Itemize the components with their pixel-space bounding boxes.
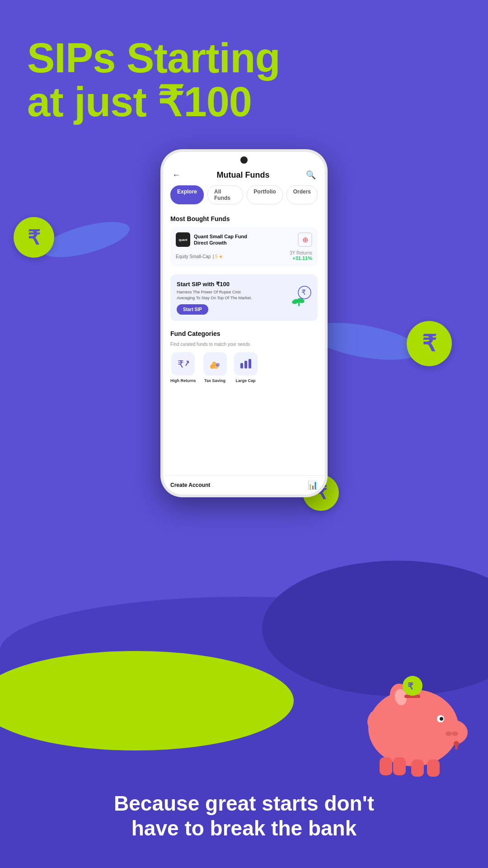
bar-chart-icon: 📊 — [308, 480, 318, 490]
fund-logo-text: quant — [178, 238, 187, 241]
large-cap-icon — [234, 352, 258, 376]
fund-returns: 3Y Returns +31.11% — [290, 250, 312, 261]
svg-rect-13 — [240, 363, 243, 368]
piggy-bank: ₹ — [352, 653, 479, 780]
svg-rect-27 — [380, 757, 392, 775]
fund-categories-section: Fund Categories Find curated funds to ma… — [163, 326, 325, 387]
category-high-returns[interactable]: ₹ High Returns — [170, 352, 196, 383]
category-tax-saving[interactable]: Tax Saving — [203, 352, 227, 383]
bottom-bar: Create Account 📊 — [163, 475, 325, 495]
tax-saving-label: Tax Saving — [204, 378, 225, 383]
tab-explore[interactable]: Explore — [170, 185, 204, 204]
tab-bar: Explore All Funds Portfolio Orders — [163, 185, 325, 210]
category-large-cap[interactable]: Large Cap — [234, 352, 258, 383]
search-button[interactable]: 🔍 — [306, 170, 316, 180]
tab-all-funds[interactable]: All Funds — [207, 185, 243, 204]
sip-banner: Start SIP with ₹100 Harness The Power Of… — [170, 274, 318, 321]
phone-notch — [240, 156, 248, 164]
sip-text: Start SIP with ₹100 Harness The Power Of… — [177, 281, 258, 315]
fund-action-icon[interactable]: ⊕ — [298, 232, 312, 247]
create-account-label[interactable]: Create Account — [170, 482, 210, 488]
svg-rect-15 — [249, 359, 251, 368]
fund-returns-value: +31.11% — [290, 255, 312, 261]
phone-outer: ← Mutual Funds 🔍 Explore All Funds Portf… — [160, 149, 328, 497]
large-cap-label: Large Cap — [236, 378, 256, 383]
svg-rect-24 — [393, 757, 406, 775]
svg-point-18 — [446, 731, 452, 736]
fund-category-info: Equity Small-Cap | 5 ★ — [176, 252, 223, 260]
screen-content: ← Mutual Funds 🔍 Explore All Funds Portf… — [163, 152, 325, 495]
svg-text:₹: ₹ — [408, 681, 413, 691]
fund-category-label: Equity Small-Cap — [176, 254, 211, 259]
svg-text:₹: ₹ — [178, 359, 184, 370]
fund-card-footer: Equity Small-Cap | 5 ★ 3Y Returns +31.11… — [176, 250, 312, 261]
fund-card[interactable]: quant Quant Small Cap Fund Direct Growth… — [170, 227, 318, 266]
svg-point-17 — [436, 720, 468, 745]
svg-point-12 — [216, 363, 220, 367]
categories-subtitle: Find curated funds to match your needs — [170, 342, 318, 347]
high-returns-icon: ₹ — [171, 352, 195, 376]
svg-point-31 — [454, 741, 459, 746]
phone-mockup: ← Mutual Funds 🔍 Explore All Funds Portf… — [160, 149, 328, 497]
fund-card-header: quant Quant Small Cap Fund Direct Growth… — [176, 232, 312, 247]
svg-point-19 — [452, 731, 458, 736]
fund-name: Quant Small Cap Fund Direct Growth — [194, 233, 247, 246]
bottom-tagline: Because great starts don't have to break… — [0, 791, 488, 841]
categories-title: Fund Categories — [170, 330, 318, 337]
sip-description: Harness The Power Of Rupee Cost Averagin… — [177, 289, 258, 301]
fund-logo: quant — [176, 232, 190, 247]
svg-point-21 — [440, 717, 443, 721]
fund-stars: 5 ★ — [215, 254, 223, 259]
rupee-icon-right: ₹ — [422, 330, 436, 357]
tab-portfolio[interactable]: Portfolio — [247, 185, 282, 204]
svg-rect-26 — [427, 760, 440, 777]
coin-left: ₹ — [14, 217, 54, 258]
rupee-icon-left: ₹ — [28, 226, 40, 249]
phone-inner: ← Mutual Funds 🔍 Explore All Funds Portf… — [163, 152, 325, 495]
back-button[interactable]: ← — [172, 170, 180, 180]
svg-point-11 — [212, 362, 216, 366]
categories-grid: ₹ High Returns — [170, 352, 318, 383]
sip-plant-icon: ₹ — [286, 283, 311, 312]
coin-right: ₹ — [407, 321, 452, 366]
fund-returns-label: 3Y Returns — [290, 250, 312, 255]
sip-title: Start SIP with ₹100 — [177, 281, 258, 288]
most-bought-section: Most Bought Funds quant Quant Small Cap … — [163, 210, 325, 274]
svg-text:₹: ₹ — [301, 288, 306, 296]
svg-rect-32 — [455, 746, 458, 750]
svg-rect-25 — [411, 760, 424, 777]
start-sip-button[interactable]: Start SIP — [177, 304, 208, 315]
tax-saving-icon — [203, 352, 227, 376]
most-bought-title: Most Bought Funds — [170, 215, 318, 222]
hero-title: SIPs Starting at just ₹100 — [27, 36, 461, 123]
hero-section: SIPs Starting at just ₹100 — [27, 36, 461, 123]
high-returns-label: High Returns — [170, 378, 196, 383]
svg-rect-14 — [244, 361, 247, 368]
screen-title: Mutual Funds — [217, 170, 270, 180]
fund-logo-area: quant Quant Small Cap Fund Direct Growth — [176, 232, 247, 247]
tab-orders[interactable]: Orders — [286, 185, 318, 204]
